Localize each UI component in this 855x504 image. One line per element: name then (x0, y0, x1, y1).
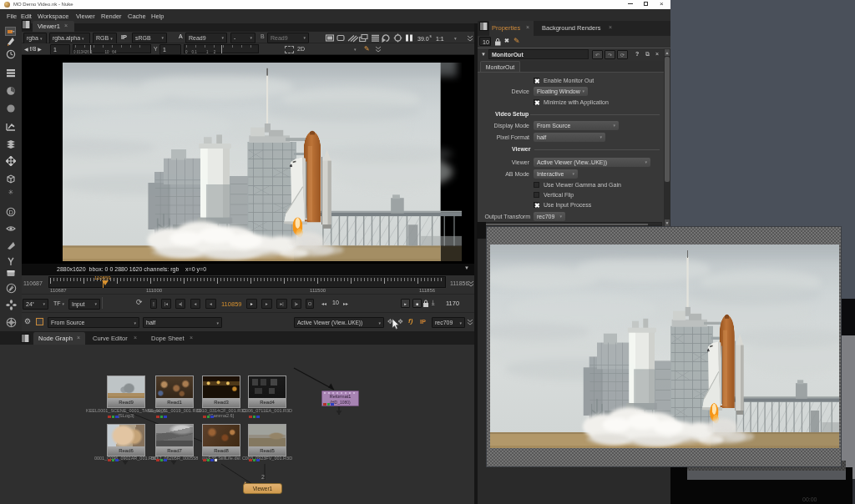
svg-text:1:1: 1:1 (436, 36, 444, 42)
svg-text:▾: ▾ (454, 36, 457, 41)
svg-text:39.0: 39.0 (417, 36, 429, 42)
svg-text:s: s (430, 34, 433, 38)
svg-text:D: D (9, 209, 14, 216)
